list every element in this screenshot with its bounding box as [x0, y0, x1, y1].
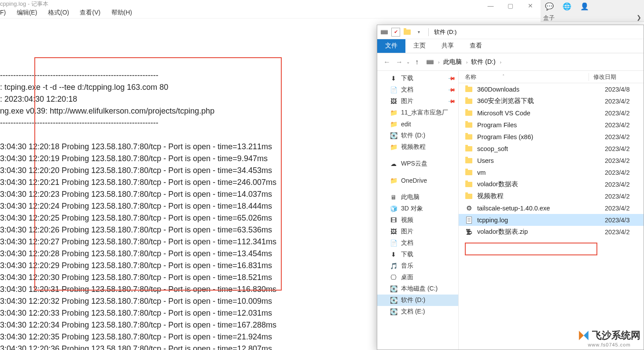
file-item[interactable]: scoop_soft2023/4/2 — [459, 143, 644, 155]
pin-icon: 📌 — [447, 85, 456, 94]
sidebar-item-label: 下载 — [401, 251, 413, 258]
sidebar-item[interactable]: 📁OneDrive — [377, 175, 458, 186]
sidebar-item[interactable]: 📁edit — [377, 118, 458, 130]
drive-icon: 💽 — [390, 285, 397, 293]
nav-back-button[interactable]: ← — [381, 56, 393, 68]
chat-icon[interactable]: 💬 — [545, 2, 554, 11]
folder-icon — [465, 192, 473, 200]
file-item[interactable]: 360Downloads2023/4/8 — [459, 83, 644, 95]
nav-history-dropdown[interactable]: ⌄ — [406, 59, 410, 64]
sidebar-item[interactable]: 🖼图片 — [377, 226, 458, 237]
sidebar-item[interactable]: 🖥此电脑 — [377, 192, 458, 203]
sidebar-item[interactable]: 📄文档📌 — [377, 84, 458, 96]
file-item[interactable]: volador数据表2023/4/2 — [459, 178, 644, 190]
sidebar-item[interactable]: ☁WPS云盘 — [377, 158, 458, 169]
file-item[interactable]: 360安全浏览器下载2023/4/2 — [459, 95, 644, 107]
sidebar-item[interactable]: 💽软件 (D:) — [377, 130, 458, 141]
sidebar-item[interactable]: ⬇下载 — [377, 249, 458, 260]
menu-file[interactable]: F) — [0, 7, 9, 18]
ribbon-tab-share[interactable]: 共享 — [434, 39, 462, 53]
maximize-button[interactable]: ▢ — [500, 0, 520, 11]
sidebar-item[interactable]: 🎞视频 — [377, 214, 458, 226]
3d-icon: 🧊 — [390, 205, 397, 213]
window-controls: — ▢ ✕ — [481, 0, 540, 11]
file-item[interactable]: Microsoft VS Code2023/4/2 — [459, 107, 644, 119]
drive-icon — [380, 28, 389, 37]
edge-icon[interactable]: 🌐 — [563, 2, 571, 11]
sidebar-item[interactable]: 🖵桌面 — [377, 272, 458, 283]
folder-icon — [465, 85, 473, 93]
sidebar-item[interactable]: 💽本地磁盘 (C:) — [377, 283, 458, 295]
file-date: 2023/4/2 — [600, 169, 629, 176]
sidebar-item-label: OneDrive — [401, 177, 427, 184]
sidebar-item-label: 文档 — [401, 239, 413, 247]
breadcrumb-drive[interactable]: 软件 (D:) — [471, 58, 495, 66]
sidebar-item-label: 下载 — [401, 74, 413, 82]
nav-up-button[interactable]: ↑ — [411, 56, 423, 68]
log-icon — [465, 216, 473, 224]
explorer-titlebar[interactable]: ✔ ▾ 软件 (D:) — [377, 25, 644, 39]
breadcrumb-this-pc[interactable]: 此电脑 — [443, 58, 462, 66]
sidebar-item[interactable]: ⬇下载📌 — [377, 73, 458, 84]
sidebar-item-label: 图片 — [401, 228, 413, 236]
menu-help[interactable]: 帮助(H) — [111, 7, 136, 18]
file-item[interactable]: Users2023/4/2 — [459, 155, 644, 166]
cloud-icon: ☁ — [390, 160, 397, 168]
file-date: 2023/4/2 — [600, 157, 629, 164]
music-icon: 🎵 — [390, 262, 397, 270]
explorer-window: ✔ ▾ 软件 (D:) 文件 主页 共享 查看 ← → ⌄ ↑ › 此电脑 › … — [377, 25, 644, 350]
explorer-ribbon: 文件 主页 共享 查看 — [377, 39, 644, 53]
sidebar-item-label: 音乐 — [401, 262, 413, 270]
menu-format[interactable]: 格式(O) — [48, 7, 73, 18]
breadcrumb-sep: › — [438, 59, 440, 65]
file-item[interactable]: tcpping.log2023/4/3 — [459, 214, 644, 226]
sidebar-item[interactable]: 🧊3D 对象 — [377, 203, 458, 214]
file-item[interactable]: vm2023/4/2 — [459, 166, 644, 178]
file-date: 2023/4/2 — [600, 110, 629, 117]
file-item[interactable]: 视频教程2023/4/2 — [459, 190, 644, 202]
browser-chevron-icon[interactable]: ❯ — [637, 14, 641, 22]
folder-icon — [465, 157, 473, 165]
sidebar-item[interactable]: 📁11_水富市应急厂 — [377, 107, 458, 118]
watermark-text: 飞沙系统网 — [592, 329, 640, 342]
user-icon[interactable]: 👤 — [580, 2, 589, 11]
ribbon-tab-view[interactable]: 查看 — [462, 39, 490, 53]
file-date: 2023/4/2 — [600, 228, 629, 236]
notepad-title: cpping.log - 记事本 — [0, 0, 545, 7]
drive-icon: 💽 — [390, 308, 397, 316]
sidebar-item[interactable]: 💽文档 (E:) — [377, 306, 458, 317]
ribbon-tab-home[interactable]: 主页 — [405, 39, 434, 53]
chevron-down-icon[interactable]: ▾ — [414, 28, 423, 37]
sidebar-item-label: 视频教程 — [401, 143, 426, 151]
breadcrumb[interactable]: › 此电脑 › 软件 (D:) › — [427, 58, 505, 66]
sidebar-spacer — [377, 169, 458, 175]
nav-forward-button[interactable]: → — [393, 56, 405, 68]
sidebar-item[interactable]: 📄文档 — [377, 237, 458, 249]
ribbon-tab-file[interactable]: 文件 — [377, 39, 405, 53]
close-button[interactable]: ✕ — [520, 0, 540, 11]
file-item[interactable]: 🗜volador数据表.zip2023/4/2 — [459, 226, 644, 238]
file-date: 2023/4/2 — [600, 205, 629, 212]
menu-view[interactable]: 查看(V) — [80, 7, 104, 18]
column-date[interactable]: 修改日期 — [589, 73, 644, 81]
file-date: 2023/4/2 — [600, 181, 629, 188]
browser-tab-label[interactable]: 盒子 — [543, 14, 555, 22]
menu-edit[interactable]: 编辑(E) — [17, 7, 41, 18]
file-name: scoop_soft — [477, 145, 600, 152]
sidebar-spacer — [377, 186, 458, 192]
sidebar-item[interactable]: 🎵音乐 — [377, 260, 458, 272]
file-item[interactable]: Program Files (x86)2023/4/2 — [459, 131, 644, 143]
file-date: 2023/4/2 — [600, 145, 629, 152]
check-icon[interactable]: ✔ — [391, 28, 400, 37]
minimize-button[interactable]: — — [481, 0, 500, 11]
download-icon: ⬇ — [390, 74, 397, 82]
folder-icon — [465, 169, 473, 177]
sidebar-item[interactable]: 💽软件 (D:) — [377, 295, 458, 306]
sidebar-item[interactable]: 🖼图片📌 — [377, 96, 458, 107]
sidebar-item[interactable]: 📁视频教程 — [377, 141, 458, 153]
doc-icon: 📄 — [390, 239, 397, 247]
file-item[interactable]: ⚙tailscale-setup-1.40.0.exe2023/4/2 — [459, 202, 644, 214]
browser-background: 💬 🌐 👤 盒子 ❯ — [541, 0, 644, 22]
file-item[interactable]: Program Files2023/4/2 — [459, 119, 644, 131]
file-list-header[interactable]: 名称 ˆ 修改日期 — [459, 71, 644, 83]
